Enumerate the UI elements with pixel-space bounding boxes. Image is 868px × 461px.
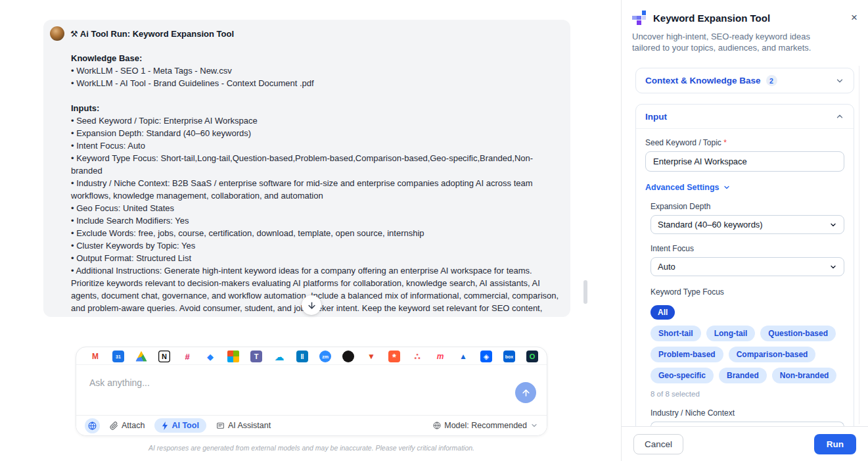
composer-input-zone xyxy=(76,365,547,416)
seed-keyword-input[interactable] xyxy=(645,151,844,172)
zoom-icon[interactable]: zm xyxy=(319,351,331,362)
app-integrations-row: M31N#◆T☁‖zm▼*∴m▲◈boxO xyxy=(76,347,547,365)
context-section-label: Context & Knowledge Base xyxy=(645,76,761,85)
chat-scrollbar-thumb[interactable] xyxy=(583,280,587,304)
user-avatar xyxy=(50,26,64,41)
advanced-settings-label: Advanced Settings xyxy=(645,183,720,192)
message-header: ⚒ Ai Tool Run: Keyword Expansion Tool xyxy=(50,26,561,41)
tool-emoji-icon: ⚒ xyxy=(70,29,78,39)
salesforce-icon[interactable]: ☁ xyxy=(273,351,285,362)
ai-tool-run-message-card: ⚒ Ai Tool Run: Keyword Expansion Tool Kn… xyxy=(43,20,570,317)
industry-context-textarea[interactable] xyxy=(651,422,844,426)
industry-context-label: Industry / Niche Context xyxy=(651,408,844,418)
knowledge-base-list: WorkLLM - SEO 1 - Meta Tags - New.csvWor… xyxy=(71,64,561,89)
keyword-type-chips: Short-tailLong-tailQuestion-basedProblem… xyxy=(651,326,844,383)
panel-header: Keyword Expansion Tool × Uncover high-in… xyxy=(622,0,868,53)
input-item: Include Search Modifiers: Yes xyxy=(71,214,561,227)
input-item: Expansion Depth: Standard (40–60 keyword… xyxy=(71,127,561,139)
chevron-down-icon xyxy=(723,183,731,191)
ai-assistant-button[interactable]: AI Assistant xyxy=(216,421,271,430)
gmail-icon[interactable]: M xyxy=(89,351,101,362)
microsoft-teams-icon[interactable]: T xyxy=(250,351,262,362)
attach-label: Attach xyxy=(122,421,145,430)
chip-long-tail[interactable]: Long-tail xyxy=(706,326,756,341)
chat-panel-icon xyxy=(216,422,225,430)
microsoft-icon[interactable] xyxy=(227,351,239,362)
chip-question-based[interactable]: Question-based xyxy=(760,326,836,341)
paperclip-icon xyxy=(110,422,118,430)
expansion-depth-select[interactable]: Standard (40–60 keywords) xyxy=(651,215,844,234)
gitlab-icon[interactable]: ▼ xyxy=(365,351,377,362)
chevron-down-icon xyxy=(829,221,837,229)
cancel-button[interactable]: Cancel xyxy=(633,434,683,454)
google-drive-icon[interactable] xyxy=(135,351,147,362)
intent-focus-select[interactable]: Auto xyxy=(651,257,844,276)
chevron-down-icon xyxy=(835,76,844,85)
jira-icon[interactable]: ◆ xyxy=(204,351,216,362)
scroll-to-bottom-button[interactable] xyxy=(302,295,321,315)
chip-geo-specific[interactable]: Geo-specific xyxy=(651,368,714,383)
ask-anything-input[interactable] xyxy=(89,377,457,388)
chip-comparison-based[interactable]: Comparison-based xyxy=(729,347,816,362)
outreach-icon[interactable]: O xyxy=(526,351,538,362)
inputs-heading: Inputs: xyxy=(71,102,561,114)
send-button[interactable] xyxy=(515,382,536,403)
inputs-list: Seed Keyword / Topic: Enterprise AI Work… xyxy=(71,114,561,317)
chevron-down-icon xyxy=(530,422,538,429)
trello-icon[interactable]: ‖ xyxy=(296,351,308,362)
chip-short-tail[interactable]: Short-tail xyxy=(651,326,701,341)
model-globe-icon xyxy=(433,422,441,429)
ai-tool-label: AI Tool xyxy=(171,421,198,430)
chevron-up-icon xyxy=(835,112,844,121)
section-context-knowledge-base[interactable]: Context & Knowledge Base 2 xyxy=(636,68,854,93)
ai-assistant-label: AI Assistant xyxy=(228,421,271,430)
section-input[interactable]: Input xyxy=(636,105,854,129)
github-icon[interactable] xyxy=(342,351,354,362)
slack-icon[interactable]: # xyxy=(181,351,193,362)
message-title: ⚒ Ai Tool Run: Keyword Expansion Tool xyxy=(70,29,234,39)
input-section-label: Input xyxy=(645,112,667,122)
composer-toolbar: Attach AI Tool AI Assistant Model: Recom… xyxy=(76,415,547,435)
chevron-down-icon xyxy=(829,263,837,271)
panel-form-scroll-area: Context & Knowledge Base 2 Input Seed Ke… xyxy=(622,62,868,426)
run-button[interactable]: Run xyxy=(814,434,856,454)
arrow-up-icon xyxy=(521,388,531,398)
input-item: Intent Focus: Auto xyxy=(71,139,561,152)
keyword-type-focus-label: Keyword Type Focus xyxy=(651,287,844,297)
panel-scrollbar-track[interactable] xyxy=(859,66,859,424)
model-label: Model: Recommended xyxy=(444,421,527,430)
input-item: Seed Keyword / Topic: Enterprise AI Work… xyxy=(71,114,561,127)
monday-icon[interactable]: m xyxy=(434,351,446,362)
context-count-badge: 2 xyxy=(766,75,777,86)
keyword-expansion-tool-panel: Keyword Expansion Tool × Uncover high-in… xyxy=(621,0,868,461)
box-icon[interactable]: box xyxy=(503,351,515,362)
input-item: Keyword Type Focus: Short-tail,Long-tail… xyxy=(71,152,561,177)
web-search-button[interactable] xyxy=(85,418,100,433)
panel-footer: Cancel Run xyxy=(622,426,868,461)
message-body: Knowledge Base: WorkLLM - SEO 1 - Meta T… xyxy=(71,52,561,317)
input-item: Geo Focus: United States xyxy=(71,202,561,214)
advanced-settings-toggle[interactable]: Advanced Settings xyxy=(645,183,844,192)
chip-problem-based[interactable]: Problem-based xyxy=(651,347,723,362)
chip-non-branded[interactable]: Non-branded xyxy=(772,368,837,383)
google-calendar-icon[interactable]: 31 xyxy=(112,351,124,362)
model-selector[interactable]: Model: Recommended xyxy=(433,421,538,430)
input-item: Cluster Keywords by Topic: Yes xyxy=(71,239,561,252)
chip-branded[interactable]: Branded xyxy=(719,368,767,383)
chip-all[interactable]: All xyxy=(651,305,675,320)
input-item: Output Format: Structured List xyxy=(71,252,561,264)
hubspot-icon[interactable]: * xyxy=(388,351,400,362)
message-composer: M31N#◆T☁‖zm▼*∴m▲◈boxO Attach AI Tool AI … xyxy=(76,347,547,436)
ai-tool-button[interactable]: AI Tool xyxy=(154,418,206,433)
close-icon[interactable]: × xyxy=(851,12,857,23)
notion-icon[interactable]: N xyxy=(158,351,170,362)
asana-icon[interactable]: ∴ xyxy=(411,351,423,362)
attach-button[interactable]: Attach xyxy=(110,421,145,430)
dropbox-icon[interactable]: ◈ xyxy=(480,351,492,362)
intent-focus-label: Intent Focus xyxy=(651,244,844,253)
panel-subtitle: Uncover high-intent, SEO-ready keyword i… xyxy=(632,31,829,53)
lightning-bolt-icon xyxy=(162,422,168,430)
atlassian-icon[interactable]: ▲ xyxy=(457,351,469,362)
expansion-depth-label: Expansion Depth xyxy=(651,202,844,211)
globe-icon xyxy=(88,422,97,430)
